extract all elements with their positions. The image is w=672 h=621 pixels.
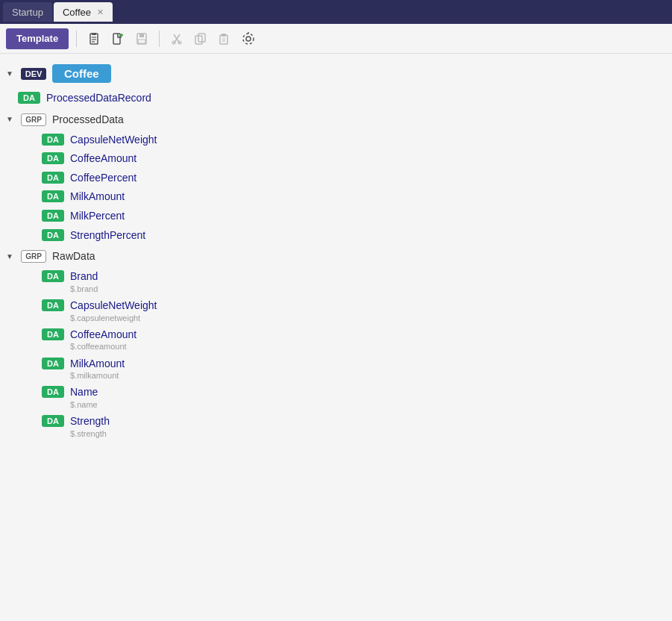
group-processed-data[interactable]: ▼ GRP ProcessedData — [0, 108, 672, 131]
paste-icon-btn — [215, 29, 234, 49]
tab-coffee-label: Coffee — [63, 7, 91, 18]
svg-rect-9 — [139, 34, 144, 37]
grp-badge: GRP — [21, 250, 46, 263]
item-sublabel: $.coffeeamount — [70, 342, 136, 352]
new-file-icon-btn[interactable] — [108, 29, 128, 49]
svg-point-21 — [246, 37, 251, 41]
svg-rect-0 — [90, 34, 98, 44]
toolbar: Template — [0, 24, 672, 54]
cut-icon — [170, 32, 183, 46]
clipboard-icon — [87, 32, 101, 46]
tab-startup[interactable]: Startup — [3, 2, 52, 22]
list-item[interactable]: DA Name $.name — [0, 383, 672, 412]
svg-rect-10 — [138, 40, 145, 43]
list-item[interactable]: DA CoffeeAmount $.coffeeamount — [0, 325, 672, 355]
list-item[interactable]: DA MilkPercent — [0, 207, 672, 226]
item-label: Strength — [70, 414, 110, 429]
list-item[interactable]: DA MilkAmount — [0, 187, 672, 207]
svg-rect-1 — [92, 33, 96, 35]
main-content: ▼ DEV Coffee DA ProcessedDataRecord ▼ GR… — [0, 54, 672, 621]
da-badge: DA — [42, 210, 64, 222]
item-sublabel: $.brand — [70, 284, 98, 294]
item-label: MilkPercent — [70, 209, 125, 224]
list-item[interactable]: DA StrengthPercent — [0, 226, 672, 246]
item-text-col: CoffeeAmount $.coffeeamount — [70, 328, 136, 352]
item-text-col: MilkAmount $.milkamount — [70, 357, 125, 381]
paste-icon — [218, 32, 231, 46]
item-label: MilkAmount — [70, 190, 125, 205]
item-sublabel: $.name — [70, 400, 98, 410]
da-badge: DA — [42, 328, 64, 340]
da-badge: DA — [42, 229, 64, 241]
coffee-label[interactable]: Coffee — [52, 64, 111, 83]
item-label: CoffeePercent — [70, 171, 136, 186]
list-item[interactable]: DA CoffeePercent — [0, 169, 672, 188]
item-sublabel: $.capsulenetweight — [70, 313, 157, 323]
svg-rect-18 — [222, 34, 226, 37]
copy-icon-btn — [191, 29, 210, 49]
save-icon — [135, 32, 148, 46]
da-badge: DA — [42, 134, 64, 146]
tab-coffee[interactable]: Coffee ✕ — [54, 2, 113, 22]
copy-icon — [194, 32, 207, 46]
item-text-col: Name $.name — [70, 385, 98, 410]
tab-coffee-close[interactable]: ✕ — [97, 7, 104, 17]
da-badge: DA — [42, 152, 64, 164]
list-item[interactable]: DA CapsuleNetWeight $.capsulenetweight — [0, 296, 672, 325]
item-label: CoffeeAmount — [70, 328, 136, 343]
da-badge: DA — [42, 299, 64, 311]
cut-icon-btn — [167, 29, 186, 49]
group-label: ProcessedData — [52, 113, 124, 125]
item-label: CoffeeAmount — [70, 152, 136, 166]
item-text-col: Brand $.brand — [70, 269, 98, 294]
group-raw-data[interactable]: ▼ GRP RawData — [0, 245, 672, 267]
settings-icon — [242, 32, 255, 46]
da-badge: DA — [42, 172, 64, 184]
new-file-icon — [111, 32, 125, 46]
list-item[interactable]: DA Strength $.strength — [0, 412, 672, 441]
item-label: ProcessedDataRecord — [46, 91, 151, 106]
svg-point-22 — [243, 34, 254, 44]
toolbar-separator-1 — [76, 31, 77, 47]
da-badge: DA — [18, 92, 40, 104]
item-label: Brand — [70, 269, 98, 284]
collapse-arrow-root[interactable]: ▼ — [6, 69, 15, 78]
clipboard-icon-btn[interactable] — [84, 29, 104, 49]
group-label: RawData — [52, 250, 95, 262]
da-badge: DA — [42, 415, 64, 427]
item-label: CapsuleNetWeight — [70, 299, 157, 313]
item-label: Name — [70, 385, 98, 400]
dev-badge: DEV — [21, 68, 46, 80]
template-button[interactable]: Template — [6, 28, 69, 49]
tab-startup-label: Startup — [12, 7, 43, 18]
item-text-col: Strength $.strength — [70, 414, 110, 439]
da-badge: DA — [42, 190, 64, 202]
svg-rect-5 — [113, 34, 120, 44]
item-label: StrengthPercent — [70, 228, 145, 243]
da-badge: DA — [42, 270, 64, 282]
item-label: CapsuleNetWeight — [70, 133, 157, 148]
collapse-arrow-raw[interactable]: ▼ — [6, 252, 15, 260]
tab-bar: Startup Coffee ✕ — [0, 0, 672, 24]
list-item[interactable]: DA MilkAmount $.milkamount — [0, 355, 672, 384]
save-disabled-icon-btn — [132, 29, 151, 49]
item-text-col: ProcessedDataRecord — [46, 91, 151, 106]
item-sublabel: $.strength — [70, 429, 110, 439]
item-sublabel: $.milkamount — [70, 371, 125, 381]
da-badge: DA — [42, 358, 64, 369]
item-text-col: CapsuleNetWeight $.capsulenetweight — [70, 299, 157, 323]
list-item[interactable]: DA CapsuleNetWeight — [0, 131, 672, 150]
item-label: MilkAmount — [70, 357, 125, 372]
dev-coffee-header[interactable]: ▼ DEV Coffee — [0, 60, 672, 87]
toolbar-separator-2 — [159, 31, 160, 47]
list-item[interactable]: DA CoffeeAmount — [0, 149, 672, 169]
grp-badge: GRP — [21, 113, 46, 126]
settings-icon-btn[interactable] — [239, 29, 258, 49]
da-badge: DA — [42, 386, 64, 398]
list-item[interactable]: DA ProcessedDataRecord — [0, 89, 672, 108]
collapse-arrow-processed[interactable]: ▼ — [6, 115, 15, 123]
list-item[interactable]: DA Brand $.brand — [0, 267, 672, 296]
